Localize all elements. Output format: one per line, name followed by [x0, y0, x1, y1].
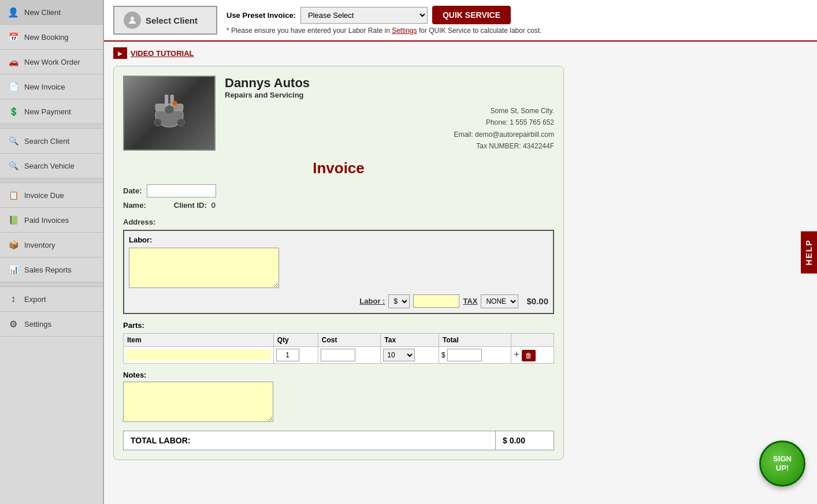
- sidebar-item-export[interactable]: Export: [0, 287, 103, 312]
- name-field-row: Name:: [123, 201, 151, 210]
- business-name: Dannys Autos: [225, 76, 554, 91]
- sidebar-label-export: Export: [24, 295, 46, 304]
- sidebar-item-new-client[interactable]: New Client: [0, 0, 103, 25]
- labor-section: Labor: Labor : $ € £ TAX NONE 10% 20%: [123, 230, 554, 314]
- client-id-value: 0: [211, 201, 216, 210]
- settings-link[interactable]: Settings: [392, 27, 417, 35]
- avatar-icon: [124, 12, 141, 29]
- col-cost: Cost: [318, 333, 381, 346]
- sidebar-item-new-payment[interactable]: New Payment: [0, 99, 103, 124]
- business-logo: [123, 76, 216, 151]
- col-qty: Qty: [273, 333, 318, 346]
- parts-action-cell: + 🗑: [511, 346, 554, 363]
- dollar-icon: [7, 105, 20, 118]
- sidebar-label-new-work-order: New Work Order: [24, 58, 80, 66]
- business-tax: Tax NUMBER: 4342244F: [225, 140, 554, 152]
- settings-note: * Please ensure you have entered your La…: [226, 27, 542, 35]
- sidebar-label-invoice-due: Invoice Due: [24, 191, 64, 200]
- client-info-row: Name: Client ID: 0: [123, 201, 554, 213]
- labor-tax-label: TAX: [463, 297, 477, 305]
- preset-invoice-select[interactable]: Please Select: [300, 7, 428, 24]
- select-client-button[interactable]: Select Client: [113, 6, 217, 35]
- col-item: Item: [124, 333, 274, 346]
- notes-section: Notes:: [123, 371, 554, 424]
- preset-row: Use Preset Invoice: Please Select QUIK S…: [226, 6, 542, 24]
- date-row: Date:: [123, 184, 554, 197]
- parts-qty-cell: [273, 346, 318, 363]
- col-total: Total: [439, 333, 511, 346]
- notes-textarea[interactable]: [123, 382, 273, 422]
- parts-tax-cell: 10 0 20: [381, 346, 439, 363]
- svg-point-8: [173, 100, 177, 105]
- parts-item-input[interactable]: [126, 349, 271, 361]
- labor-tax-select[interactable]: NONE 10% 20%: [481, 294, 518, 308]
- client-id-label: Client ID:: [174, 201, 207, 210]
- sidebar-label-search-vehicle: Search Vehicle: [24, 162, 75, 170]
- labor-description-textarea[interactable]: [129, 248, 279, 288]
- parts-cost-input[interactable]: [321, 349, 355, 361]
- sidebar-item-sales-reports[interactable]: Sales Reports: [0, 257, 103, 282]
- client-id-row: Client ID: 0: [174, 201, 216, 210]
- sidebar-item-inventory[interactable]: Inventory: [0, 233, 103, 257]
- video-tutorial-link[interactable]: VIDEO TUTORIAL: [131, 49, 194, 58]
- sidebar-item-settings[interactable]: Settings: [0, 312, 103, 337]
- sidebar-item-paid-invoices[interactable]: Paid Invoices: [0, 208, 103, 233]
- col-actions: [511, 333, 554, 346]
- sidebar-item-search-vehicle[interactable]: Search Vehicle: [0, 154, 103, 178]
- inventory-icon: [7, 238, 20, 251]
- parts-total-input[interactable]: [447, 349, 482, 361]
- person-icon: [7, 6, 20, 18]
- col-tax: Tax: [381, 333, 439, 346]
- parts-qty-input[interactable]: [276, 349, 299, 361]
- export-icon: [7, 293, 20, 305]
- sidebar-label-search-client: Search Client: [24, 137, 69, 145]
- quik-service-button[interactable]: QUIK SERVICE: [432, 6, 511, 24]
- sidebar-item-search-client[interactable]: Search Client: [0, 129, 103, 154]
- sidebar-item-invoice-due[interactable]: Invoice Due: [0, 183, 103, 208]
- content-area: VIDEO TUTORIAL: [104, 42, 817, 504]
- settings-icon: [7, 318, 20, 330]
- preset-label: Use Preset Invoice:: [226, 11, 296, 20]
- total-labor-label: TOTAL LABOR:: [124, 431, 496, 450]
- business-details: Some St, Some City. Phone: 1 555 765 652…: [225, 105, 554, 152]
- signup-line2: UP!: [776, 464, 789, 473]
- business-logo-image: [124, 77, 214, 150]
- signup-button[interactable]: SIGN UP!: [759, 440, 805, 487]
- sidebar-label-settings: Settings: [24, 320, 51, 328]
- delete-part-button[interactable]: 🗑: [522, 350, 536, 361]
- sidebar-label-new-invoice: New Invoice: [24, 83, 65, 91]
- parts-tax-select[interactable]: 10 0 20: [383, 349, 415, 361]
- sidebar-label-sales-reports: Sales Reports: [24, 266, 72, 274]
- business-address: Some St, Some City.: [225, 105, 554, 117]
- help-tab[interactable]: HELP: [801, 231, 817, 273]
- parts-table: Item Qty Cost Tax Total: [123, 333, 554, 364]
- add-part-button[interactable]: +: [514, 349, 520, 361]
- labor-title: Labor:: [129, 236, 548, 244]
- sidebar-item-new-work-order[interactable]: New Work Order: [0, 50, 103, 74]
- svg-point-7: [177, 119, 185, 126]
- video-tutorial-row: VIDEO TUTORIAL: [113, 47, 808, 59]
- date-input[interactable]: [147, 184, 216, 197]
- labor-total: $0.00: [526, 296, 548, 306]
- svg-point-6: [154, 119, 162, 126]
- sidebar-item-new-invoice[interactable]: New Invoice: [0, 74, 103, 99]
- calendar-icon: [7, 31, 20, 43]
- notes-title: Notes:: [123, 371, 554, 379]
- labor-amount-input[interactable]: [413, 294, 459, 308]
- address-row: Address:: [123, 218, 554, 226]
- sidebar-label-inventory: Inventory: [24, 241, 55, 249]
- sidebar-label-new-client: New Client: [24, 8, 61, 17]
- paid-icon: [7, 214, 20, 226]
- total-bar: TOTAL LABOR: $ 0.00: [123, 431, 554, 450]
- sidebar-item-new-booking[interactable]: New Booking: [0, 25, 103, 50]
- invoice-title: Invoice: [123, 159, 554, 177]
- parts-cost-cell: [318, 346, 381, 363]
- labor-calc-label: Labor :: [359, 297, 385, 305]
- chart-icon: [7, 263, 20, 276]
- name-label: Name:: [123, 201, 146, 210]
- business-info: Dannys Autos Repairs and Servicing Some …: [225, 76, 554, 152]
- invoice-due-icon: [7, 189, 20, 201]
- total-labor-value: $ 0.00: [496, 431, 554, 450]
- topbar: Select Client Use Preset Invoice: Please…: [104, 0, 817, 42]
- labor-currency-select[interactable]: $ € £: [388, 294, 410, 308]
